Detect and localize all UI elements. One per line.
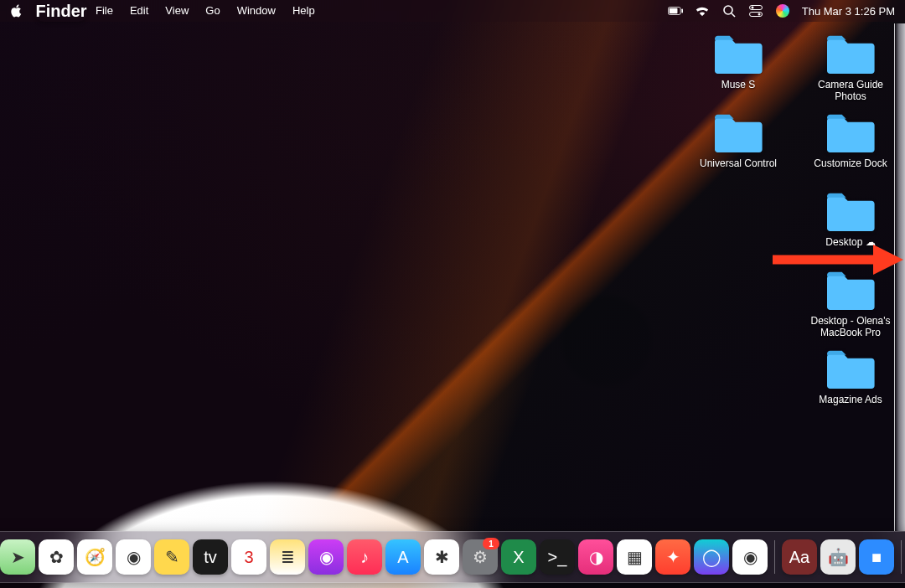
dock-app-safari[interactable]: 🧭 xyxy=(77,539,112,575)
svg-rect-2 xyxy=(669,8,677,14)
svg-point-8 xyxy=(758,13,760,16)
dock-app-notability[interactable]: ✎ xyxy=(154,539,189,575)
menu-bar: Finder File Edit View Go Window Help Thu… xyxy=(0,0,905,22)
dock-separator xyxy=(901,540,902,574)
dock-app-dictionary[interactable]: Aa xyxy=(782,539,817,575)
dock-app-chrome[interactable]: ◉ xyxy=(732,539,768,575)
spotlight-icon[interactable] xyxy=(721,3,737,18)
svg-marker-10 xyxy=(873,245,903,275)
badge: 1 xyxy=(483,538,499,549)
folder-label: Customize Dock xyxy=(812,156,888,183)
dock-app-terminal[interactable]: >_ xyxy=(540,539,575,575)
dock-app-zoom[interactable]: ■ xyxy=(859,539,894,575)
menu-clock[interactable]: Thu Mar 3 1:26 PM xyxy=(802,5,895,18)
dock-app-automator[interactable]: 🤖 xyxy=(820,539,856,575)
menu-view[interactable]: View xyxy=(157,0,197,22)
dock-app-photos[interactable]: ✿ xyxy=(39,539,74,575)
folder-label: Universal Control xyxy=(698,156,778,183)
dock-app-excel[interactable]: X xyxy=(501,539,536,575)
folder-label: Desktop - Olena's MacBook Pro xyxy=(801,313,900,340)
desktop-folder[interactable]: Muse S xyxy=(689,34,788,104)
svg-point-3 xyxy=(724,6,732,14)
menu-file[interactable]: File xyxy=(87,0,122,22)
desktop-folder[interactable]: Desktop - Olena's MacBook Pro xyxy=(801,270,900,340)
dock-app-bear[interactable]: ✦ xyxy=(655,539,690,575)
menu-window[interactable]: Window xyxy=(229,0,284,22)
wifi-icon[interactable] xyxy=(695,3,710,18)
folder-label: Camera Guide Photos xyxy=(801,77,900,104)
app-menu[interactable]: Finder xyxy=(35,0,87,22)
svg-point-6 xyxy=(751,7,753,9)
dock-app-podcasts[interactable]: ◉ xyxy=(308,539,344,575)
dock-app-system-preferences[interactable]: ⚙︎1 xyxy=(463,539,498,575)
dock-app-slack[interactable]: ✱ xyxy=(424,539,459,575)
dock-separator xyxy=(774,540,775,574)
desktop-folder[interactable]: Customize Dock xyxy=(801,112,900,183)
desktop-icons: Muse SCamera Guide PhotosUniversal Contr… xyxy=(682,34,900,419)
svg-rect-1 xyxy=(681,9,683,13)
desktop-folder[interactable]: Magazine Ads xyxy=(801,348,900,419)
dock-app-canva[interactable]: ◯ xyxy=(694,539,729,575)
dock-app-qr[interactable]: ▦ xyxy=(617,539,652,575)
dock-app-calendar[interactable]: 3 xyxy=(231,539,266,575)
dock-app-notes[interactable]: ≣ xyxy=(270,539,305,575)
desktop-folder[interactable]: Camera Guide Photos xyxy=(801,34,900,104)
annotation-arrow xyxy=(769,243,903,276)
menu-help[interactable]: Help xyxy=(284,0,323,22)
dock-app-app-store[interactable]: A xyxy=(385,539,421,575)
menu-go[interactable]: Go xyxy=(197,0,228,22)
menu-edit[interactable]: Edit xyxy=(122,0,157,22)
dock-app-find-my[interactable]: ◉ xyxy=(116,539,151,575)
dock: 😀▦💬✉︎➤✿🧭◉✎tv3≣◉♪A✱⚙︎1X>_◑▦✦◯◉Aa🤖■⬇︎▧▤🗑 xyxy=(0,531,905,583)
svg-line-4 xyxy=(732,13,735,17)
siri-icon[interactable] xyxy=(775,3,790,18)
dock-app-wondershare[interactable]: ◑ xyxy=(578,539,613,575)
control-center-icon[interactable] xyxy=(748,3,763,18)
dock-app-maps[interactable]: ➤ xyxy=(0,539,35,575)
dock-app-apple-tv[interactable]: tv xyxy=(193,539,228,575)
folder-label: Muse S xyxy=(720,77,758,104)
folder-label: Magazine Ads xyxy=(817,392,883,419)
desktop-folder[interactable]: Universal Control xyxy=(689,112,788,183)
apple-menu-icon[interactable] xyxy=(10,4,23,18)
battery-icon[interactable] xyxy=(668,3,683,18)
dock-app-music[interactable]: ♪ xyxy=(347,539,382,575)
